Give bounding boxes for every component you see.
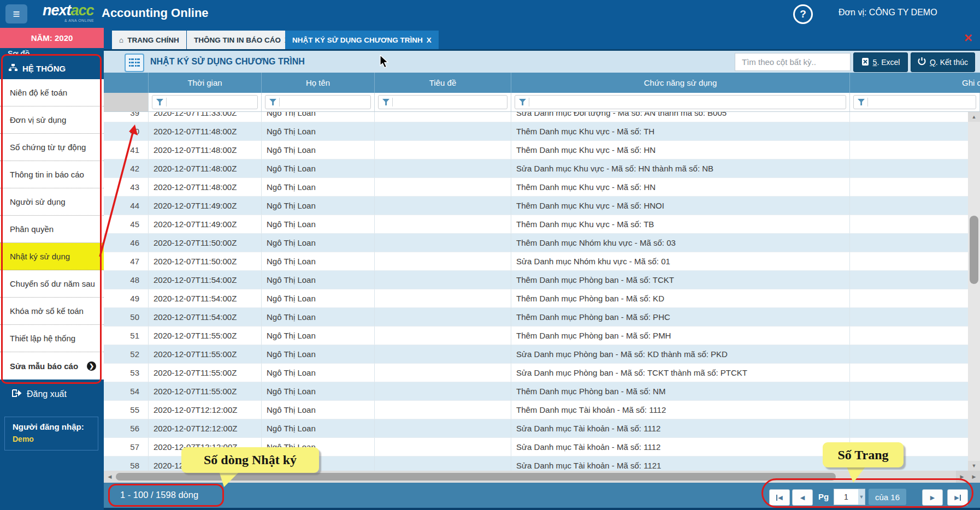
cell-time: 2020-12-07T11:48:00Z	[149, 178, 262, 197]
sidebar-item-nhat-ky-su-dung[interactable]: Nhật ký sử dụng	[0, 243, 104, 270]
table-row[interactable]: 462020-12-07T11:50:00ZNgô Thị LoanThêm D…	[104, 234, 980, 252]
year-badge[interactable]: NĂM: 2020	[0, 28, 104, 48]
export-excel-button[interactable]: 5. Excel	[853, 52, 908, 72]
scroll-right-end-icon[interactable]: ▶	[968, 471, 980, 483]
sidebar-item-sua-mau-bao-cao[interactable]: Sửa mẫu báo cáo❯	[0, 352, 104, 379]
prev-page-button[interactable]: ◀	[792, 489, 813, 506]
cell-title	[375, 178, 511, 197]
page-number-input[interactable]	[834, 489, 858, 505]
filter-input-note[interactable]	[868, 98, 976, 107]
cell-function: Sửa Danh mục Tài khoản - Mã số: 1112	[511, 419, 850, 438]
filter-input-name[interactable]	[280, 98, 370, 107]
column-header-rownum	[104, 73, 149, 93]
filter-funnel-icon[interactable]	[382, 99, 389, 105]
filter-input-time[interactable]	[167, 98, 257, 107]
table-row[interactable]: 482020-12-07T11:54:00ZNgô Thị LoanThêm D…	[104, 271, 980, 289]
table-row[interactable]: 402020-12-07T11:48:00ZNgô Thị LoanThêm D…	[104, 122, 980, 141]
sidebar-item--on-vi-su-dung[interactable]: Đơn vị sử dụng	[0, 106, 104, 134]
sidebar-item-chuyen-so-du-nam-sau[interactable]: Chuyển số dư năm sau	[0, 270, 104, 298]
sidebar-item-thiet-lap-he-thong[interactable]: Thiết lập hệ thống	[0, 325, 104, 352]
table-row[interactable]: 532020-12-07T11:55:00ZNgô Thị LoanSửa Da…	[104, 364, 980, 382]
table-row[interactable]: 562020-12-07T12:12:00ZNgô Thị LoanSửa Da…	[104, 419, 980, 438]
table-row[interactable]: 552020-12-07T12:12:00ZNgô Thị LoanThêm D…	[104, 401, 980, 419]
row-number: 46	[104, 234, 149, 252]
sitemap-icon	[9, 64, 17, 73]
submenu-arrow-icon: ❯	[87, 361, 96, 371]
cell-function: Thêm Danh mục Khu vực - Mã số: HNOI	[511, 197, 850, 215]
last-page-button[interactable]: ▶	[947, 489, 968, 506]
table-row[interactable]: 472020-12-07T11:50:00ZNgô Thị LoanSửa Da…	[104, 252, 980, 271]
cell-name: Ngô Thị Loan	[262, 345, 375, 364]
sidebar-item-peek[interactable]: Sơ đồ	[8, 46, 90, 54]
row-number: 53	[104, 364, 149, 382]
table-row[interactable]: 422020-12-07T11:48:00ZNgô Thị LoanSửa Da…	[104, 159, 980, 178]
search-input[interactable]	[735, 57, 851, 67]
row-number: 52	[104, 345, 149, 364]
table-row[interactable]: 522020-12-07T11:55:00ZNgô Thị LoanSửa Da…	[104, 345, 980, 364]
end-button[interactable]: Q. Kết thúc	[911, 52, 975, 72]
cell-title	[375, 345, 511, 364]
table-row[interactable]: 502020-12-07T11:54:00ZNgô Thị LoanThêm D…	[104, 308, 980, 327]
sidebar-item-nguoi-su-dung[interactable]: Người sử dụng	[0, 188, 104, 216]
next-page-button[interactable]: ▶	[922, 489, 943, 506]
status-bar: 1 - 100 / 1598 dòng ◀ ◀ Pg ▼ của 16 ▶ ▶	[104, 483, 980, 508]
scroll-down-icon[interactable]: ▼	[968, 461, 980, 471]
table-row[interactable]: 392020-12-07T11:33:00ZNgô Thị LoanSửa Da…	[104, 112, 980, 122]
filter-funnel-icon[interactable]	[858, 99, 865, 105]
sidebar-item-nien-o-ke-toan[interactable]: Niên độ kế toán	[0, 79, 104, 106]
column-header-note[interactable]: Ghi chú	[850, 73, 980, 93]
scroll-up-icon[interactable]: ▲	[968, 112, 980, 122]
tab-trang-chinh[interactable]: ⌂ TRANG CHÍNH	[112, 31, 186, 49]
cell-function: Thêm Danh mục Nhóm khu vực - Mã số: 03	[511, 234, 850, 252]
filter-funnel-icon[interactable]	[269, 99, 276, 105]
cell-note	[850, 215, 980, 234]
cell-function: Thêm Danh mục Phòng ban - Mã số: PMH	[511, 327, 850, 345]
first-page-button[interactable]: ◀	[769, 489, 790, 506]
vertical-scrollbar[interactable]: ▲ ▼	[968, 112, 980, 471]
close-tab-icon[interactable]: X	[427, 36, 432, 44]
logout-button[interactable]: Đăng xuất	[12, 389, 67, 399]
cell-function: Thêm Danh mục Phòng ban - Mã số: KD	[511, 289, 850, 308]
logo-part-1: next	[43, 2, 71, 19]
sidebar-item-so-chung-tu-tu-ong[interactable]: Số chứng từ tự động	[0, 134, 104, 161]
row-number: 56	[104, 419, 149, 438]
cell-time: 2020-12-07T11:54:00Z	[149, 289, 262, 308]
scroll-left-icon[interactable]: ◀	[104, 471, 116, 483]
tab-nhat-ky-su-dung[interactable]: NHẬT KÝ SỬ DỤNG CHƯƠNG TRÌNH X	[285, 31, 439, 49]
filter-funnel-icon[interactable]	[519, 99, 526, 105]
sidebar-item-phan-quyen[interactable]: Phân quyền	[0, 216, 104, 243]
page-label: Pg	[818, 492, 829, 501]
horizontal-scrollbar-thumb[interactable]	[116, 473, 836, 481]
sidebar-item-thong-tin-in-bao-cao[interactable]: Thông tin in báo cáo	[0, 161, 104, 188]
table-row[interactable]: 442020-12-07T11:49:00ZNgô Thị LoanThêm D…	[104, 197, 980, 215]
sidebar-section-he-thong[interactable]: HỆ THỐNG	[0, 57, 104, 79]
filter-input-title[interactable]	[393, 98, 507, 107]
help-icon[interactable]: ?	[793, 4, 813, 24]
column-header-title[interactable]: Tiêu đề	[375, 73, 511, 93]
table-row[interactable]: 412020-12-07T11:48:00ZNgô Thị LoanThêm D…	[104, 141, 980, 159]
hamburger-menu-icon[interactable]: ≡	[5, 4, 27, 23]
cell-name: Ngô Thị Loan	[262, 308, 375, 327]
table-row[interactable]: 452020-12-07T11:49:00ZNgô Thị LoanThêm D…	[104, 215, 980, 234]
table-row[interactable]: 432020-12-07T11:48:00ZNgô Thị LoanThêm D…	[104, 178, 980, 197]
page-dropdown-icon[interactable]: ▼	[858, 489, 865, 505]
cell-time: 2020-12-07T12:12:00Z	[149, 419, 262, 438]
table-row[interactable]: 542020-12-07T11:55:00ZNgô Thị LoanThêm D…	[104, 382, 980, 401]
scroll-right-icon[interactable]: ▶	[956, 471, 968, 483]
column-header-name[interactable]: Họ tên	[262, 73, 375, 93]
table-row[interactable]: 512020-12-07T11:55:00ZNgô Thị LoanThêm D…	[104, 327, 980, 345]
cell-name: Ngô Thị Loan	[262, 327, 375, 345]
column-header-time[interactable]: Thời gian	[149, 73, 262, 93]
filter-cell-title	[375, 93, 511, 111]
tab-thong-tin-in-bao-cao[interactable]: THÔNG TIN IN BÁO CÁO X	[187, 31, 297, 49]
app-title: Accounting Online	[102, 6, 209, 20]
cell-title	[375, 141, 511, 159]
close-all-icon[interactable]: ×	[964, 29, 972, 46]
column-header-function[interactable]: Chức năng sử dụng	[511, 73, 850, 93]
table-row[interactable]: 492020-12-07T11:54:00ZNgô Thị LoanThêm D…	[104, 289, 980, 308]
cell-note	[850, 178, 980, 197]
filter-input-function[interactable]	[529, 98, 846, 107]
sidebar-item-khoa-mo-so-ke-toan[interactable]: Khóa mở sổ kế toán	[0, 298, 104, 325]
filter-funnel-icon[interactable]	[156, 99, 163, 105]
vertical-scrollbar-thumb[interactable]	[970, 216, 978, 284]
